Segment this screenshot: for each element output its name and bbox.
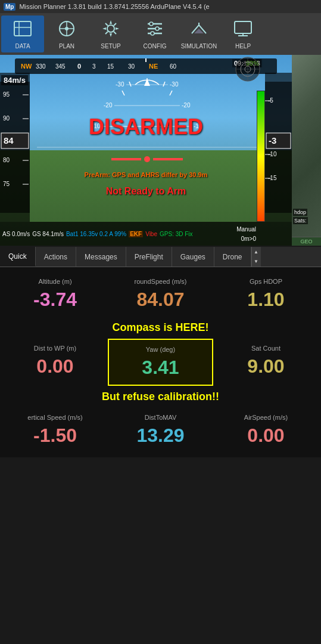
yaw-label: Yaw (deg): [114, 346, 207, 353]
hud-notready-text: Not Ready to Arm: [106, 186, 186, 197]
toolbar: DATA PLAN SETUP CONFIG SIMULATION HELP: [0, 13, 321, 55]
status-bat: Bat1 16.35v 0.2 A 99%: [66, 231, 126, 237]
status-ekf: EKF: [129, 231, 143, 237]
svg-point-8: [149, 22, 153, 26]
airspeed-label: AirSpeed (m/s): [218, 414, 314, 421]
svg-line-54: [163, 82, 165, 86]
sat-count-cell: Sat Count 9.00: [213, 339, 319, 386]
groundspeed-value: 84.07: [113, 289, 208, 311]
toolbar-help-btn[interactable]: HELP: [222, 16, 264, 52]
toolbar-plan-btn[interactable]: PLAN: [45, 16, 88, 52]
groundspeed-label: roundSpeed (m/s): [113, 278, 208, 285]
svg-rect-0: [14, 21, 31, 36]
status-gps: GPS: 3D Fix: [160, 231, 193, 237]
svg-text:-20: -20: [104, 102, 113, 109]
title-text: Mission Planner 1.3.81 build 1.3.8741.25…: [19, 3, 209, 10]
svg-text:345: 345: [55, 63, 66, 70]
toolbar-sim-btn[interactable]: SIMULATION: [177, 16, 220, 52]
tab-gauges[interactable]: Gauges: [172, 247, 214, 267]
hud-prearm-text: PreArm: GPS and AHRS differ by 30.9m: [85, 171, 208, 178]
hud-status-bar: AS 0.0m/s GS 84.1m/s Bat1 16.35v 0.2 A 9…: [0, 222, 292, 246]
tabs-bar: Quick Actions Messages PreFlight Gauges …: [0, 247, 321, 267]
yaw-cell: Yaw (deg) 3.41: [108, 339, 213, 386]
data-panel: Altitude (m) -3.74 roundSpeed (m/s) 84.0…: [0, 267, 321, 457]
svg-text:30: 30: [128, 63, 135, 70]
altitude-cell: Altitude (m) -3.74: [2, 272, 108, 317]
vertical-speed-value: -1.50: [7, 425, 103, 447]
groundspeed-cell: roundSpeed (m/s) 84.07: [108, 272, 213, 317]
toolbar-data-btn[interactable]: DATA: [1, 16, 44, 52]
simulation-icon: [189, 19, 208, 41]
hud-disarmed-text: DISARMED: [89, 114, 203, 140]
compass-here-message: Compass is HERE!: [2, 317, 319, 339]
vertical-speed-label: ertical Speed (m/s): [7, 414, 103, 421]
data-icon: [13, 19, 32, 41]
tab-quick[interactable]: Quick: [0, 247, 36, 267]
airspeed-value: 0.00: [218, 425, 314, 447]
dist-to-mav-cell: DistToMAV 13.29: [108, 408, 213, 453]
sat-count-label: Sat Count: [218, 345, 314, 352]
svg-text:3: 3: [92, 63, 96, 70]
map-geo-btn[interactable]: GEO: [292, 237, 321, 246]
hud-vario-bar: [257, 91, 265, 222]
svg-text:-30: -30: [116, 81, 124, 88]
toolbar-data-label: DATA: [15, 43, 30, 49]
status-vibe: Vibe: [145, 231, 157, 237]
hud-display: NW 330 345 0 3 15 30 NE 60 95: [0, 55, 292, 246]
svg-text:75: 75: [3, 181, 10, 187]
tab-scroll-down-btn[interactable]: ▼: [252, 257, 261, 267]
dist-to-mav-value: 13.29: [113, 425, 208, 447]
vertical-speed-cell: ertical Speed (m/s) -1.50: [2, 408, 108, 453]
toolbar-config-btn[interactable]: CONFIG: [133, 16, 176, 52]
tab-preflight[interactable]: PreFlight: [126, 247, 172, 267]
status-as: AS 0.0m/s: [2, 231, 30, 237]
help-icon: [233, 19, 253, 41]
config-icon: [145, 19, 164, 41]
svg-text:0: 0: [77, 63, 81, 70]
svg-line-52: [129, 82, 131, 86]
main-view: NW 330 345 0 3 15 30 NE 60 95: [0, 55, 321, 247]
svg-text:95: 95: [3, 91, 10, 98]
tab-scroll-up-btn[interactable]: ▲: [252, 247, 261, 257]
toolbar-plan-label: PLAN: [59, 43, 74, 49]
map-sats-label: Sats:: [293, 217, 308, 224]
toolbar-config-label: CONFIG: [144, 43, 167, 49]
svg-line-55: [170, 91, 172, 95]
svg-text:NW: NW: [21, 63, 32, 70]
gpshdop-value: 1.10: [218, 289, 314, 311]
svg-line-51: [122, 91, 124, 95]
tab-actions[interactable]: Actions: [36, 247, 76, 267]
data-row-3: ertical Speed (m/s) -1.50 DistToMAV 13.2…: [2, 408, 319, 453]
title-bar: Mp Mission Planner 1.3.81 build 1.3.8741…: [0, 0, 321, 13]
tab-drone[interactable]: Drone: [214, 247, 251, 267]
toolbar-sim-label: SIMULATION: [181, 43, 217, 49]
tab-scroll-control: ▲ ▼: [251, 247, 261, 267]
data-row-2: Dist to WP (m) 0.00 Yaw (deg) 3.41 Sat C…: [2, 339, 319, 386]
status-om: 0m>0: [241, 236, 256, 242]
map-side-panel: hdop Sats: GEO: [292, 55, 321, 246]
dist-to-wp-cell: Dist to WP (m) 0.00: [2, 339, 108, 386]
svg-text:-30: -30: [170, 81, 179, 88]
svg-point-9: [155, 27, 159, 30]
svg-point-10: [151, 32, 154, 35]
yaw-value: 3.41: [114, 357, 207, 379]
gpshdop-cell: Gps HDOP 1.10: [213, 272, 319, 317]
svg-text:90: 90: [3, 115, 10, 122]
toolbar-setup-label: SETUP: [101, 43, 120, 49]
dist-to-mav-label: DistToMAV: [113, 414, 208, 421]
gpshdop-label: Gps HDOP: [218, 278, 314, 285]
hud-alt-tape: -5 -3 -10 -15: [265, 73, 292, 222]
status-gs: GS 84.1m/s: [32, 231, 64, 237]
tab-messages[interactable]: Messages: [76, 247, 126, 267]
svg-text:-3: -3: [269, 135, 276, 145]
speed-label: 84m/s: [1, 75, 28, 85]
airspeed-cell: AirSpeed (m/s) 0.00: [213, 408, 319, 453]
svg-text:NE: NE: [149, 63, 158, 70]
altitude-value: -3.74: [7, 289, 103, 311]
toolbar-setup-btn[interactable]: SETUP: [89, 16, 132, 52]
svg-text:-20: -20: [182, 102, 191, 109]
svg-text:15: 15: [107, 63, 114, 70]
refuse-calibration-message: But refuse calibration!!: [2, 386, 319, 408]
svg-rect-12: [235, 21, 251, 33]
svg-text:84: 84: [4, 135, 14, 145]
